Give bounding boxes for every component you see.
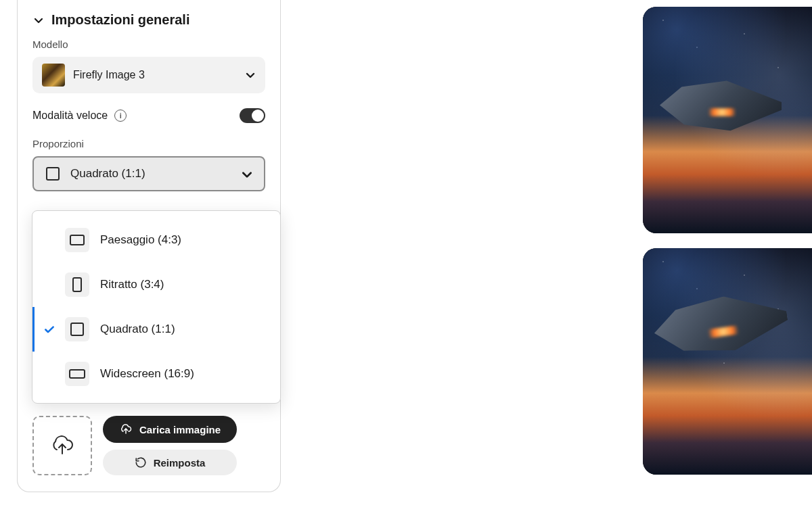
fast-mode-row: Modalità veloce i — [32, 108, 265, 123]
chevron-down-icon — [32, 14, 45, 26]
model-label: Modello — [32, 39, 265, 50]
aspect-option-portrait[interactable]: Ritratto (3:4) — [32, 262, 280, 307]
aspect-label: Proporzioni — [32, 138, 265, 149]
fast-mode-toggle[interactable] — [240, 108, 265, 123]
toggle-knob — [252, 110, 264, 122]
aspect-option-label: Quadrato (1:1) — [100, 323, 175, 336]
section-title: Impostazioni generali — [51, 12, 189, 28]
aspect-selected-label: Quadrato (1:1) — [70, 167, 230, 181]
reset-button-label: Reimposta — [154, 457, 206, 469]
landscape-icon — [65, 228, 89, 252]
square-icon — [46, 167, 60, 181]
aspect-ratio-dropdown: Paesaggio (4:3) Ritratto (3:4) Quadrato … — [32, 210, 281, 404]
portrait-icon — [65, 272, 89, 297]
model-thumbnail — [42, 64, 65, 87]
reset-button[interactable]: Reimposta — [103, 450, 237, 475]
aspect-option-label: Widescreen (16:9) — [100, 367, 194, 381]
aspect-option-landscape[interactable]: Paesaggio (4:3) — [32, 218, 280, 262]
reset-icon — [135, 456, 147, 469]
upload-block: Carica immagine Reimposta — [32, 416, 265, 475]
cloud-upload-icon — [119, 423, 133, 436]
generation-gallery — [643, 7, 812, 475]
model-select[interactable]: Firefly Image 3 — [32, 57, 265, 93]
chevron-down-icon — [241, 168, 252, 179]
upload-dropzone[interactable] — [32, 416, 92, 475]
cloud-upload-icon — [49, 432, 76, 459]
widescreen-icon — [65, 362, 89, 386]
aspect-option-square[interactable]: Quadrato (1:1) — [32, 307, 280, 352]
generated-image[interactable] — [643, 7, 812, 233]
info-icon[interactable]: i — [114, 110, 127, 122]
check-icon — [43, 323, 55, 335]
aspect-option-widescreen[interactable]: Widescreen (16:9) — [32, 352, 280, 396]
model-name: Firefly Image 3 — [73, 69, 237, 81]
aspect-ratio-select[interactable]: Quadrato (1:1) — [32, 156, 265, 191]
section-header[interactable]: Impostazioni generali — [32, 12, 265, 28]
aspect-option-label: Paesaggio (4:3) — [100, 233, 181, 247]
upload-image-button[interactable]: Carica immagine — [103, 416, 237, 443]
chevron-down-icon — [245, 70, 256, 80]
aspect-option-label: Ritratto (3:4) — [100, 278, 164, 291]
fast-mode-label: Modalità veloce — [32, 110, 108, 122]
upload-button-label: Carica immagine — [139, 424, 221, 435]
generated-image[interactable] — [643, 248, 812, 475]
square-icon — [65, 317, 89, 341]
